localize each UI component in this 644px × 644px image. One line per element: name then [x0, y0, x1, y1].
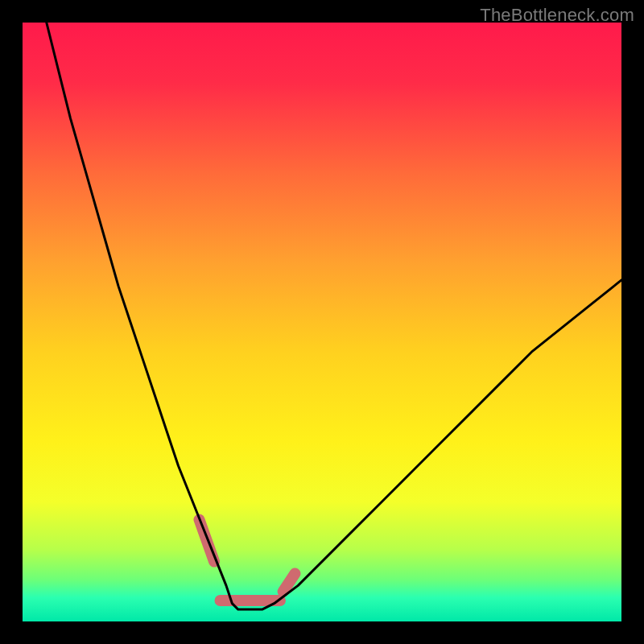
gradient-bg [23, 23, 621, 621]
watermark-text: TheBottleneck.com [480, 5, 634, 26]
chart-frame: TheBottleneck.com [0, 0, 644, 644]
plot-area [23, 23, 621, 621]
chart-svg [23, 23, 621, 621]
